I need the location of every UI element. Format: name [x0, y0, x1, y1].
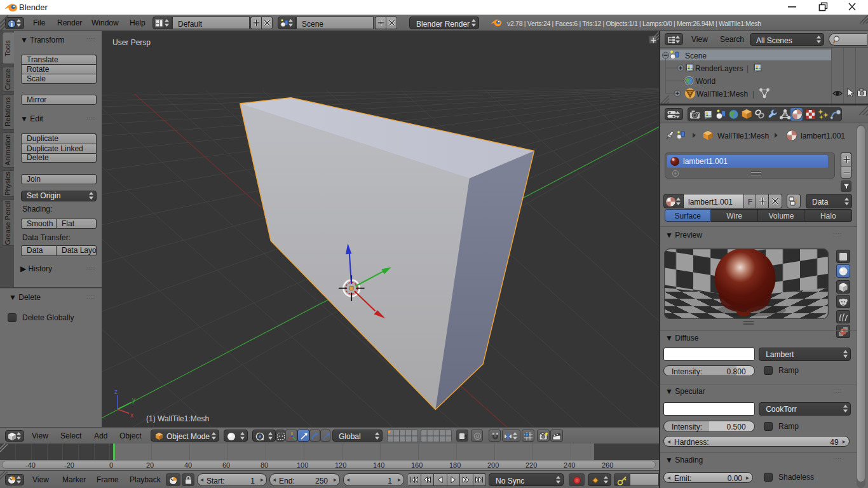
svg-text:x: x [130, 412, 133, 419]
svg-text:z: z [114, 388, 118, 395]
svg-text:y: y [132, 396, 135, 403]
